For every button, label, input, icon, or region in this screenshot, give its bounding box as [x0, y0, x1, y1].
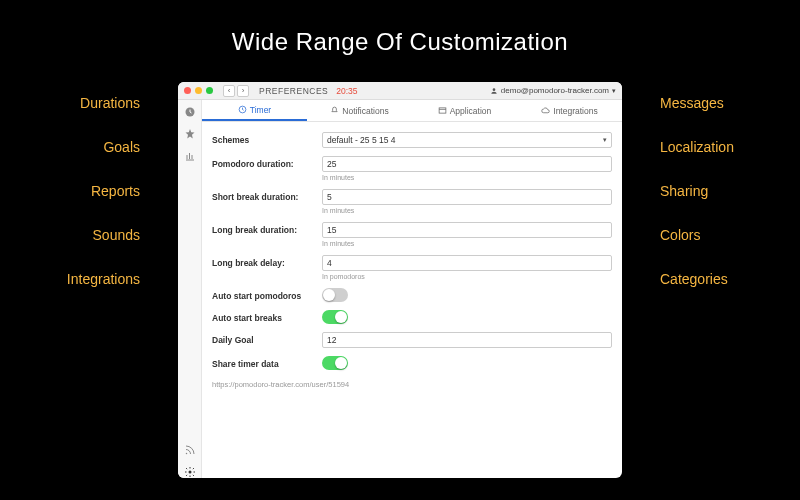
nav-forward-button[interactable]: ›	[237, 85, 249, 97]
tab-application-label: Application	[450, 106, 492, 116]
tab-timer-label: Timer	[250, 105, 271, 115]
app-window: ‹ › PREFERENCES 20:35 demo@pomodoro-trac…	[178, 82, 622, 478]
callout-sharing: Sharing	[660, 183, 800, 199]
user-email: demo@pomodoro-tracker.com	[501, 86, 609, 95]
callout-messages: Messages	[660, 95, 800, 111]
schemes-label: Schemes	[212, 132, 322, 145]
chart-icon[interactable]	[184, 150, 196, 162]
schemes-select[interactable]: default - 25 5 15 4 ▾	[322, 132, 612, 148]
schemes-value: default - 25 5 15 4	[327, 135, 396, 145]
gear-icon[interactable]	[184, 466, 196, 478]
tab-timer[interactable]: Timer	[202, 100, 307, 121]
row-short-break: Short break duration: 5 In minutes	[212, 185, 612, 218]
row-share-timer: Share timer data	[212, 352, 612, 374]
callout-durations: Durations	[0, 95, 140, 111]
cloud-icon	[541, 106, 550, 115]
window-controls[interactable]	[184, 87, 213, 94]
callout-goals: Goals	[0, 139, 140, 155]
callouts-left: Durations Goals Reports Sounds Integrati…	[0, 95, 170, 287]
user-icon	[490, 87, 498, 95]
nav-back-button[interactable]: ‹	[223, 85, 235, 97]
tab-integrations[interactable]: Integrations	[517, 100, 622, 121]
sidebar	[178, 100, 202, 478]
row-long-break: Long break duration: 15 In minutes	[212, 218, 612, 251]
form-area: Schemes default - 25 5 15 4 ▾ Pomodoro d…	[202, 122, 622, 478]
svg-point-3	[188, 471, 191, 474]
share-timer-toggle[interactable]	[322, 356, 348, 370]
star-icon[interactable]	[184, 128, 196, 140]
hint-minutes: In minutes	[322, 207, 612, 214]
minimize-icon[interactable]	[195, 87, 202, 94]
row-share-url: https://pomodoro-tracker.com/user/51594	[212, 374, 612, 393]
autostart-breaks-label: Auto start breaks	[212, 310, 322, 323]
rss-icon[interactable]	[184, 444, 196, 456]
daily-goal-input[interactable]: 12	[322, 332, 612, 348]
tab-integrations-label: Integrations	[553, 106, 597, 116]
timer-display: 20:35	[336, 86, 357, 96]
clock-icon	[238, 105, 247, 114]
pomodoro-duration-label: Pomodoro duration:	[212, 156, 322, 169]
short-break-input[interactable]: 5	[322, 189, 612, 205]
share-timer-label: Share timer data	[212, 356, 322, 369]
share-url[interactable]: https://pomodoro-tracker.com/user/51594	[212, 380, 612, 389]
autostart-breaks-toggle[interactable]	[322, 310, 348, 324]
long-break-delay-input[interactable]: 4	[322, 255, 612, 271]
row-schemes: Schemes default - 25 5 15 4 ▾	[212, 128, 612, 152]
row-autostart-pomodoros: Auto start pomodoros	[212, 284, 612, 306]
bell-icon	[330, 106, 339, 115]
maximize-icon[interactable]	[206, 87, 213, 94]
chevron-down-icon: ▾	[603, 136, 607, 144]
tab-application[interactable]: Application	[412, 100, 517, 121]
long-break-input[interactable]: 15	[322, 222, 612, 238]
nav-arrows: ‹ ›	[223, 85, 249, 97]
autostart-pomodoros-label: Auto start pomodoros	[212, 288, 322, 301]
svg-rect-5	[439, 108, 446, 113]
row-pomodoro-duration: Pomodoro duration: 25 In minutes	[212, 152, 612, 185]
long-break-label: Long break duration:	[212, 222, 322, 235]
window-title: PREFERENCES	[259, 86, 328, 96]
settings-tabs: Timer Notifications Application Integrat…	[202, 100, 622, 122]
svg-point-0	[492, 88, 495, 91]
daily-goal-label: Daily Goal	[212, 332, 322, 345]
callout-localization: Localization	[660, 139, 800, 155]
long-break-delay-label: Long break delay:	[212, 255, 322, 268]
window-icon	[438, 106, 447, 115]
hint-minutes: In minutes	[322, 174, 612, 181]
row-daily-goal: Daily Goal 12	[212, 328, 612, 352]
page-heading: Wide Range Of Customization	[0, 28, 800, 56]
callout-categories: Categories	[660, 271, 800, 287]
callout-reports: Reports	[0, 183, 140, 199]
user-menu[interactable]: demo@pomodoro-tracker.com ▾	[490, 86, 616, 95]
close-icon[interactable]	[184, 87, 191, 94]
callout-sounds: Sounds	[0, 227, 140, 243]
titlebar: ‹ › PREFERENCES 20:35 demo@pomodoro-trac…	[178, 82, 622, 100]
callout-integrations: Integrations	[0, 271, 140, 287]
callouts-right: Messages Localization Sharing Colors Cat…	[630, 95, 800, 287]
pomodoro-duration-input[interactable]: 25	[322, 156, 612, 172]
short-break-label: Short break duration:	[212, 189, 322, 202]
tab-notifications-label: Notifications	[342, 106, 388, 116]
main-panel: Timer Notifications Application Integrat…	[202, 100, 622, 478]
row-long-break-delay: Long break delay: 4 In pomodoros	[212, 251, 612, 284]
hint-minutes: In minutes	[322, 240, 612, 247]
callout-colors: Colors	[660, 227, 800, 243]
hint-pomodoros: In pomodoros	[322, 273, 612, 280]
svg-point-2	[185, 453, 187, 455]
clock-icon[interactable]	[184, 106, 196, 118]
autostart-pomodoros-toggle[interactable]	[322, 288, 348, 302]
chevron-down-icon: ▾	[612, 87, 616, 95]
tab-notifications[interactable]: Notifications	[307, 100, 412, 121]
row-autostart-breaks: Auto start breaks	[212, 306, 612, 328]
